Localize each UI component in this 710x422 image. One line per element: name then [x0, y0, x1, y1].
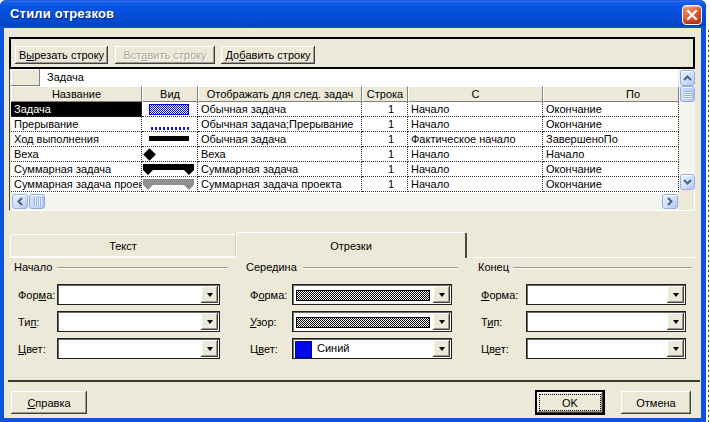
middle-field-label: Цвет:	[250, 343, 278, 355]
table-row[interactable]: ВехаВеха1НачалоНачало	[11, 147, 678, 162]
table-cell[interactable]: Обычная задача	[198, 132, 362, 147]
table-cell[interactable]: Фактическое начало	[408, 132, 543, 147]
scroll-right-button[interactable]	[662, 194, 678, 209]
cancel-button[interactable]: Отмена	[621, 391, 691, 414]
dropdown-arrow-icon[interactable]	[201, 313, 218, 330]
table-cell[interactable]	[142, 117, 198, 132]
column-header[interactable]: Строка	[362, 86, 408, 102]
tab-text[interactable]: Текст	[10, 234, 236, 257]
table-cell[interactable]	[142, 102, 198, 117]
table-cell[interactable]: Окончание	[543, 102, 679, 117]
scroll-down-button[interactable]	[680, 174, 695, 190]
dropdown-arrow-icon[interactable]	[201, 340, 218, 357]
dropdown-arrow-icon[interactable]	[667, 286, 684, 303]
table-cell[interactable]: Начало	[408, 162, 543, 177]
start-type-combo[interactable]	[57, 311, 220, 332]
start-shape-label: Форма:	[18, 289, 55, 301]
table-cell[interactable]: Ход выполнения	[11, 132, 142, 147]
table-cell[interactable]	[142, 177, 198, 192]
middle-combo[interactable]	[292, 311, 452, 332]
dropdown-arrow-icon[interactable]	[433, 340, 450, 357]
table-cell[interactable]: Суммарная задача проекта	[198, 177, 362, 192]
table-cell[interactable]	[142, 147, 198, 162]
table-cell[interactable]: 1	[362, 102, 408, 117]
ok-button[interactable]: OK	[535, 390, 605, 415]
column-header[interactable]: По	[543, 86, 679, 102]
scroll-up-button[interactable]	[680, 70, 695, 86]
column-header[interactable]: Вид	[142, 86, 198, 102]
start-color-combo[interactable]	[57, 338, 220, 359]
table-cell[interactable]: Обычная задача;Прерывание	[198, 117, 362, 132]
table-cell[interactable]: Суммарная задача	[198, 162, 362, 177]
start-shape-combo[interactable]	[57, 284, 220, 305]
dropdown-arrow-icon[interactable]	[433, 313, 450, 330]
table-cell[interactable]: Начало	[408, 177, 543, 192]
table-cell[interactable]: Суммарная задача проекта	[11, 177, 142, 192]
table-cell[interactable]: 1	[362, 132, 408, 147]
table-cell[interactable]: Задача	[11, 102, 142, 117]
column-header[interactable]: С	[408, 86, 543, 102]
end-combo[interactable]	[526, 338, 686, 359]
dropdown-arrow-icon[interactable]	[667, 340, 684, 357]
table-cell[interactable]: Окончание	[543, 117, 679, 132]
chevron-down-path	[684, 180, 691, 184]
table-cell[interactable]: 1	[362, 177, 408, 192]
table-cell[interactable]: ЗавершеноПо	[543, 132, 679, 147]
middle-field-label: Форма:	[250, 289, 287, 301]
group-middle-label: Середина	[246, 261, 297, 273]
window-title: Стили отрезков	[10, 6, 114, 21]
dropdown-arrow-icon[interactable]	[667, 313, 684, 330]
table-row[interactable]: ПрерываниеОбычная задача;Прерывание1Нача…	[11, 117, 678, 132]
table-row[interactable]: Суммарная задачаСуммарная задача1НачалоО…	[11, 162, 678, 177]
thumb-grip	[34, 198, 42, 206]
table-row[interactable]: Суммарная задача проектаСуммарная задача…	[11, 177, 678, 192]
chevron-left-path	[19, 198, 23, 205]
middle-combo[interactable]: Синий	[292, 338, 452, 359]
table-cell[interactable]: Окончание	[543, 177, 679, 192]
table-cell[interactable]: Окончание	[543, 162, 679, 177]
table-cell[interactable]	[142, 162, 198, 177]
table-cell[interactable]: Веха	[11, 147, 142, 162]
middle-combo[interactable]	[292, 284, 452, 305]
mnemonic-underline: е	[495, 343, 501, 355]
column-header[interactable]: Отображать для след. задач	[198, 86, 362, 102]
group-start-label: Начало	[14, 261, 52, 273]
entry-bar-field[interactable]: Задача	[40, 69, 678, 86]
table-cell[interactable]: 1	[362, 147, 408, 162]
table-cell[interactable]	[142, 132, 198, 147]
column-header[interactable]: Название	[11, 86, 142, 102]
tab-bars[interactable]: Отрезки	[236, 232, 467, 258]
table-cell[interactable]: Прерывание	[11, 117, 142, 132]
table-cell[interactable]: Суммарная задача	[11, 162, 142, 177]
end-combo[interactable]	[526, 284, 686, 305]
table-cell[interactable]: Веха	[198, 147, 362, 162]
chevron-up-icon	[683, 75, 692, 81]
dropdown-arrow-icon[interactable]	[433, 286, 450, 303]
close-button[interactable]	[682, 5, 702, 25]
vertical-scroll-thumb[interactable]	[680, 86, 695, 102]
cut-row-button[interactable]: Вырезать строку	[15, 46, 108, 64]
table-cell[interactable]: 1	[362, 162, 408, 177]
table-cell[interactable]: 1	[362, 117, 408, 132]
table-cell[interactable]: Начало	[543, 147, 679, 162]
table-cell[interactable]: Начало	[408, 147, 543, 162]
help-button[interactable]: Справка	[11, 391, 87, 414]
close-icon	[685, 8, 699, 22]
mnemonic-underline: и	[487, 316, 493, 328]
end-combo[interactable]	[526, 311, 686, 332]
add-row-button[interactable]: Добавить строку	[221, 46, 315, 64]
table-cell[interactable]: Обычная задача	[198, 102, 362, 117]
table-cell[interactable]: Начало	[408, 102, 543, 117]
scroll-left-button[interactable]	[12, 194, 28, 209]
dropdown-arrow-icon[interactable]	[201, 286, 218, 303]
table-cell[interactable]: Начало	[408, 117, 543, 132]
horizontal-scrollbar[interactable]	[11, 193, 678, 210]
color-swatch	[295, 341, 312, 358]
table-row[interactable]: ЗадачаОбычная задача1НачалоОкончание	[11, 102, 678, 117]
title-bar[interactable]: Стили отрезков	[0, 0, 706, 28]
group-middle-separator	[303, 267, 458, 268]
table-row[interactable]: Ход выполненияОбычная задача1Фактическое…	[11, 132, 678, 147]
end-field-label: Тип:	[481, 316, 502, 328]
focus-ring	[539, 394, 601, 411]
horizontal-scroll-thumb[interactable]	[29, 194, 45, 209]
